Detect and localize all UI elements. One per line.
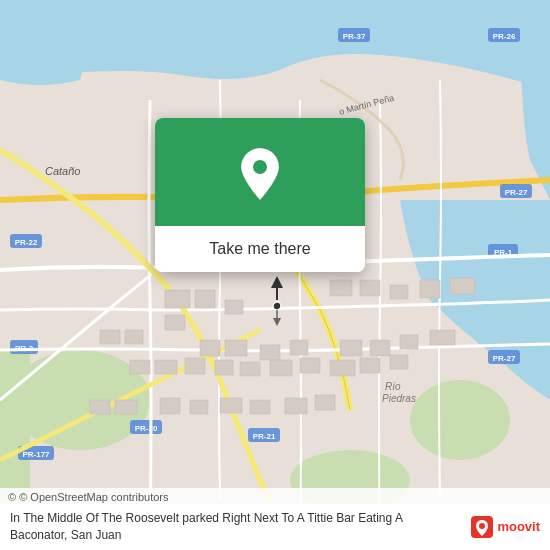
svg-rect-46: [290, 340, 308, 355]
svg-text:PR-37: PR-37: [343, 32, 366, 41]
svg-text:PR-26: PR-26: [493, 32, 516, 41]
svg-text:PR-177: PR-177: [22, 450, 50, 459]
svg-rect-60: [390, 355, 408, 369]
svg-rect-34: [165, 315, 185, 330]
map-attribution: © © OpenStreetMap contributors: [0, 488, 550, 506]
copyright-symbol: ©: [8, 491, 16, 503]
svg-text:PR-27: PR-27: [493, 354, 516, 363]
svg-rect-32: [165, 290, 190, 308]
svg-rect-66: [250, 400, 270, 414]
take-me-there-button[interactable]: Take me there: [155, 226, 365, 272]
svg-point-2: [410, 380, 510, 460]
svg-rect-36: [330, 280, 352, 296]
svg-rect-51: [130, 360, 150, 374]
svg-rect-56: [270, 360, 292, 376]
svg-rect-37: [360, 280, 380, 296]
svg-rect-63: [160, 398, 180, 414]
caption-text: In The Middle Of The Roosevelt parked Ri…: [10, 510, 471, 544]
svg-rect-43: [200, 340, 220, 356]
svg-text:PR-22: PR-22: [15, 238, 38, 247]
svg-rect-4: [0, 350, 30, 500]
svg-rect-35: [225, 300, 243, 314]
svg-rect-58: [330, 360, 355, 376]
svg-rect-52: [155, 360, 177, 374]
svg-text:PR-20: PR-20: [135, 424, 158, 433]
svg-rect-68: [315, 395, 335, 410]
location-card: Take me there: [155, 118, 365, 272]
svg-text:Río: Río: [385, 381, 401, 392]
svg-point-74: [253, 160, 267, 174]
svg-rect-48: [370, 340, 390, 356]
moovit-label: moovit: [497, 518, 540, 536]
svg-rect-41: [100, 330, 120, 344]
svg-rect-57: [300, 358, 320, 373]
svg-rect-59: [360, 358, 380, 373]
moovit-logo: moovit: [471, 516, 540, 538]
svg-text:PR-27: PR-27: [505, 188, 528, 197]
svg-point-69: [273, 302, 281, 310]
svg-rect-39: [420, 280, 440, 298]
svg-rect-54: [215, 360, 233, 375]
map-background: PR-1 PR-1 PR-37 PR-26 PR-27 PR-27 PR-22 …: [0, 0, 550, 550]
svg-rect-65: [220, 398, 242, 413]
card-header: [155, 118, 365, 226]
svg-text:Piedras: Piedras: [382, 393, 416, 404]
svg-rect-55: [240, 362, 260, 376]
svg-rect-33: [195, 290, 215, 308]
svg-text:PR-21: PR-21: [253, 432, 276, 441]
map-container: PR-1 PR-1 PR-37 PR-26 PR-27 PR-27 PR-22 …: [0, 0, 550, 550]
svg-rect-44: [225, 340, 247, 356]
svg-rect-47: [340, 340, 362, 356]
attribution-text: © OpenStreetMap contributors: [19, 491, 168, 503]
svg-rect-38: [390, 285, 408, 299]
svg-rect-67: [285, 398, 307, 414]
svg-rect-50: [430, 330, 455, 345]
svg-rect-40: [450, 278, 475, 294]
svg-rect-49: [400, 335, 418, 349]
svg-rect-45: [260, 345, 280, 360]
svg-rect-64: [190, 400, 208, 414]
moovit-icon: [471, 516, 493, 538]
svg-rect-53: [185, 358, 205, 374]
svg-text:Cataño: Cataño: [45, 165, 80, 177]
bottom-caption: In The Middle Of The Roosevelt parked Ri…: [0, 504, 550, 550]
svg-point-76: [479, 523, 485, 529]
svg-rect-61: [90, 400, 110, 414]
svg-rect-42: [125, 330, 143, 344]
location-pin-icon: [236, 146, 284, 202]
svg-rect-62: [115, 400, 137, 414]
